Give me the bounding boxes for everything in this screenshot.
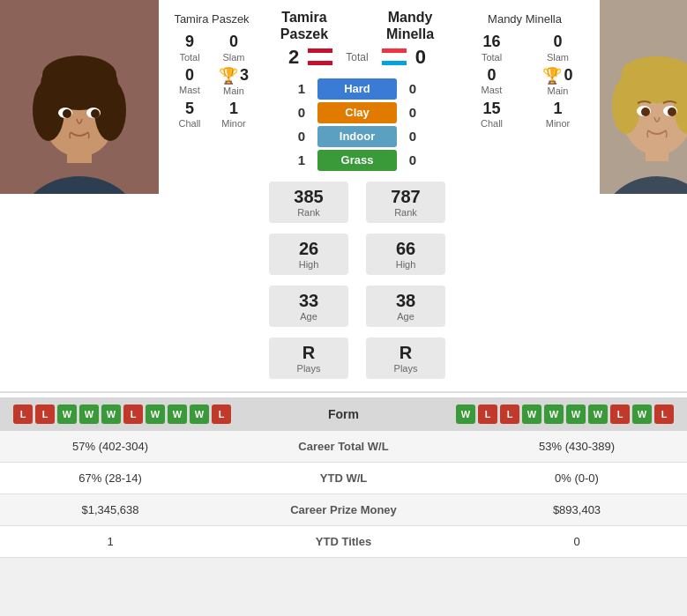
left-high-box: 26 High bbox=[269, 234, 348, 275]
right-trophy-icon: 🏆 bbox=[542, 66, 562, 85]
svg-point-11 bbox=[91, 109, 100, 118]
clay-left-score: 0 bbox=[293, 105, 310, 120]
svg-point-10 bbox=[63, 109, 71, 118]
prize-label: Career Prize Money bbox=[220, 494, 467, 525]
grass-left-score: 1 bbox=[293, 152, 310, 167]
clay-right-score: 0 bbox=[404, 105, 422, 120]
left-form-pill-10: L bbox=[212, 404, 231, 424]
right-form-pill-5: W bbox=[544, 404, 564, 424]
right-ytd-wl: 0% (0-0) bbox=[467, 462, 687, 494]
svg-point-22 bbox=[641, 108, 650, 116]
right-player-block: Mandy Minella 16 Total 0 Slam 0 Mast bbox=[450, 0, 687, 391]
right-chall-stat: 15 Chall bbox=[463, 100, 520, 130]
left-rank-box: 385 Rank bbox=[269, 182, 348, 223]
surface-row-hard: 1 Hard 0 bbox=[269, 78, 445, 100]
indoor-left-score: 0 bbox=[293, 129, 310, 144]
comparison-block: Tamira Paszek 9 Total 0 Slam 0 Mast bbox=[0, 0, 687, 393]
left-form-pill-8: W bbox=[168, 404, 187, 424]
indoor-right-score: 0 bbox=[404, 129, 422, 144]
right-form-pill-2: L bbox=[478, 404, 497, 424]
left-age-box: 33 Age bbox=[269, 286, 348, 327]
left-form-pill-1: L bbox=[13, 404, 33, 424]
right-total-stat: 16 Total bbox=[463, 33, 520, 63]
grass-badge: Grass bbox=[317, 150, 397, 171]
right-minor-stat: 1 Minor bbox=[529, 100, 586, 130]
right-ytd-titles: 0 bbox=[467, 525, 687, 557]
left-trophy-icon: 🏆 bbox=[219, 66, 238, 85]
career-wl-row: 57% (402-304) Career Total W/L 53% (430-… bbox=[0, 431, 687, 463]
left-player-info: Tamira Paszek 9 Total 0 Slam 0 Mast bbox=[159, 0, 265, 391]
surface-row-clay: 0 Clay 0 bbox=[269, 102, 445, 123]
left-form-pill-7: W bbox=[146, 404, 165, 424]
left-form-pill-3: W bbox=[57, 404, 77, 424]
right-stats-grid: 16 Total 0 Slam 0 Mast 🏆 0 bbox=[454, 33, 595, 129]
left-form-pills: L L W W W L W W W L bbox=[13, 404, 231, 424]
right-form-pill-9: W bbox=[632, 404, 652, 424]
ytd-wl-label: YTD W/L bbox=[220, 462, 467, 494]
left-career-wl: 57% (402-304) bbox=[0, 431, 220, 463]
hard-left-score: 1 bbox=[293, 81, 310, 96]
left-ytd-wl: 67% (28-14) bbox=[0, 462, 220, 494]
right-total-score: 0 bbox=[415, 46, 426, 69]
total-label: Total bbox=[346, 51, 368, 63]
left-name-top: TamiraPaszek bbox=[269, 9, 340, 42]
left-slam-stat: 0 Slam bbox=[216, 33, 251, 63]
left-total-stat: 9 Total bbox=[172, 33, 207, 63]
left-player-block: Tamira Paszek 9 Total 0 Slam 0 Mast bbox=[0, 0, 265, 391]
surface-row-grass: 1 Grass 0 bbox=[269, 150, 445, 171]
left-form-pill-2: L bbox=[35, 404, 55, 424]
center-block: TamiraPaszek MandyMinella 2 bbox=[265, 0, 450, 391]
left-form-pill-5: W bbox=[101, 404, 121, 424]
left-total-score: 2 bbox=[288, 46, 299, 69]
right-form-pill-10: L bbox=[654, 404, 674, 424]
svg-point-17 bbox=[612, 78, 640, 134]
right-rank-box: 787 Rank bbox=[366, 182, 445, 223]
right-age-box: 38 Age bbox=[366, 286, 445, 327]
form-section: L L W W W L W W W L Form W L L W W W W L… bbox=[0, 397, 687, 431]
grass-right-score: 0 bbox=[404, 152, 422, 167]
left-ytd-titles: 1 bbox=[0, 525, 220, 557]
left-form-pill-9: W bbox=[190, 404, 209, 424]
ytd-titles-row: 1 YTD Titles 0 bbox=[0, 525, 687, 557]
ytd-titles-label: YTD Titles bbox=[220, 525, 467, 557]
right-form-pill-6: W bbox=[566, 404, 586, 424]
clay-badge: Clay bbox=[317, 102, 397, 123]
left-prize: $1,345,638 bbox=[0, 494, 220, 525]
right-name-top: MandyMinella bbox=[375, 9, 445, 42]
right-high-box: 66 High bbox=[366, 234, 445, 275]
hard-badge: Hard bbox=[317, 78, 397, 100]
right-flag bbox=[382, 48, 407, 65]
left-player-name: Tamira Paszek bbox=[174, 12, 249, 26]
prize-row: $1,345,638 Career Prize Money $893,403 bbox=[0, 494, 687, 525]
right-player-info: Mandy Minella 16 Total 0 Slam 0 Mast bbox=[450, 0, 600, 391]
right-form-pill-3: L bbox=[500, 404, 519, 424]
right-plays-box: R Plays bbox=[366, 338, 445, 379]
right-form-pills: W L L W W W W L W L bbox=[456, 404, 674, 424]
surface-row-indoor: 0 Indoor 0 bbox=[269, 126, 445, 147]
right-prize: $893,403 bbox=[467, 494, 687, 525]
stats-table: 57% (402-304) Career Total W/L 53% (430-… bbox=[0, 431, 687, 558]
right-form-pill-7: W bbox=[588, 404, 608, 424]
hard-right-score: 0 bbox=[404, 81, 422, 96]
right-career-wl: 53% (430-389) bbox=[467, 431, 687, 463]
left-form-pill-4: W bbox=[79, 404, 99, 424]
left-mast-stat: 0 Mast bbox=[172, 66, 207, 96]
left-stats-grid: 9 Total 0 Slam 0 Mast 🏆 3 bbox=[163, 33, 260, 129]
form-label: Form bbox=[328, 407, 359, 421]
right-trophy-main: 🏆 0 Main bbox=[529, 66, 586, 96]
indoor-badge: Indoor bbox=[317, 126, 397, 147]
left-minor-stat: 1 Minor bbox=[216, 100, 251, 130]
right-slam-stat: 0 Slam bbox=[529, 33, 586, 63]
svg-point-7 bbox=[42, 56, 116, 94]
right-mast-stat: 0 Mast bbox=[463, 66, 520, 96]
right-form-pill-4: W bbox=[522, 404, 541, 424]
left-chall-stat: 5 Chall bbox=[172, 100, 207, 130]
ytd-wl-row: 67% (28-14) YTD W/L 0% (0-0) bbox=[0, 462, 687, 494]
main-container: Tamira Paszek 9 Total 0 Slam 0 Mast bbox=[0, 0, 687, 558]
right-player-name: Mandy Minella bbox=[488, 12, 562, 26]
left-form-pill-6: L bbox=[123, 404, 143, 424]
right-form-pill-8: L bbox=[610, 404, 630, 424]
left-plays-box: R Plays bbox=[269, 338, 348, 379]
left-flag bbox=[308, 48, 332, 65]
svg-point-23 bbox=[668, 108, 676, 116]
